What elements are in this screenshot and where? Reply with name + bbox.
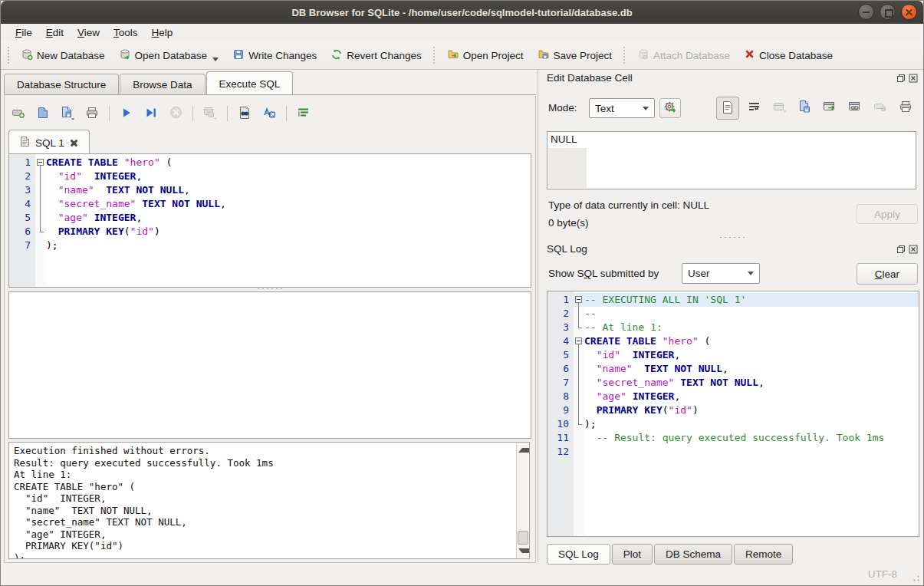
open-in-app-icon [823,100,837,115]
attach-database-button[interactable]: Attach Database [630,44,737,67]
open-database-dropdown-caret[interactable] [212,58,219,61]
main-tab-bar: Database Structure Browse Data Execute S… [4,71,294,95]
save-project-button[interactable]: Save Project [531,44,620,67]
menubar: File Edit View Tools Help [1,24,923,41]
open-sql-file-button[interactable] [33,104,53,123]
sql-file-tab-bar: SQL 1 [8,130,90,155]
toolbar-separator [286,106,287,121]
text-mode-button[interactable] [716,97,739,120]
tab-browse-data[interactable]: Browse Data [120,74,205,95]
maximize-button[interactable] [880,4,896,20]
folder-open-icon [447,48,459,63]
find-button[interactable] [235,104,255,123]
cell-null-shade [548,148,587,188]
copy-link-button[interactable] [844,97,866,118]
minimize-button[interactable] [858,4,874,20]
menu-view[interactable]: View [71,25,107,40]
open-database-button[interactable]: Open Database [112,44,226,67]
write-changes-button[interactable]: Write Changes [225,44,324,67]
close-button[interactable] [901,4,917,20]
clear-log-button[interactable]: Clear [857,263,918,285]
scroll-down-icon[interactable] [518,548,530,553]
apply-button[interactable]: Apply [857,204,918,224]
dock-close-icon[interactable] [909,245,918,254]
titlebar[interactable]: DB Browser for SQLite - /home/user/code/… [1,1,923,24]
play-icon [120,107,133,121]
dock-tab-db-schema[interactable]: DB Schema [654,544,732,565]
print-icon [85,106,99,122]
main-toolbar: New Database Open Database Write Changes… [1,41,923,70]
print-cell-button[interactable] [895,97,916,118]
autocomplete-button[interactable] [259,104,279,123]
import-data-button[interactable] [768,97,790,118]
save-sql-file-button[interactable] [58,104,77,123]
menu-edit[interactable]: Edit [39,25,71,40]
mode-combobox[interactable]: Text [589,98,655,118]
format-sql-button[interactable] [294,104,314,123]
stop-icon [169,106,182,121]
close-database-button[interactable]: Close Database [737,44,840,66]
dock-splitter-handle[interactable] [547,235,916,239]
panel-splitter[interactable] [538,70,538,562]
database-open-icon [119,48,131,63]
execute-line-button[interactable] [141,104,161,123]
menu-help[interactable]: Help [145,25,180,40]
export-data-button[interactable] [794,97,815,118]
cell-type-info: Type of data currently in cell: NULL [548,199,709,211]
format-lines-icon [297,107,311,121]
save-file-icon [60,106,75,122]
toolbar-drag-handle[interactable] [7,46,11,64]
log-filter-combobox[interactable]: User [682,263,760,284]
dock-tab-plot[interactable]: Plot [612,544,653,565]
dock-tab-remote[interactable]: Remote [734,544,793,565]
dock-tab-bar: SQL Log Plot DB Schema Remote [547,544,794,565]
sql-toolbar [8,104,314,123]
set-null-button[interactable] [870,97,891,118]
toolbar-separator [227,106,228,121]
scrollbar-thumb[interactable] [518,531,528,545]
encoding-indicator[interactable]: UTF-8 [868,568,897,580]
close-tab-icon[interactable] [70,139,78,147]
sql-file-tab[interactable]: SQL 1 [8,130,90,155]
open-external-button[interactable] [819,97,840,118]
resize-grip[interactable] [911,573,920,582]
menu-tools[interactable]: Tools [107,25,145,40]
tab-database-structure[interactable]: Database Structure [4,74,119,95]
results-table-pane [8,291,531,439]
dock-float-icon[interactable] [896,245,906,254]
revert-changes-button[interactable]: Revert Changes [324,44,429,67]
dock-tab-sql-log[interactable]: SQL Log [547,544,610,565]
find-in-document-icon [238,106,252,122]
auto-switch-mode-button[interactable] [659,98,681,118]
tab-execute-sql[interactable]: Execute SQL [206,71,294,95]
database-new-icon [21,48,33,63]
print-sql-button[interactable] [82,104,102,123]
word-wrap-button[interactable] [743,97,765,118]
sql-tab-label: SQL 1 [35,137,64,149]
chevron-down-icon [748,272,754,275]
new-database-button[interactable]: New Database [14,44,112,67]
gear-apply-icon [663,100,677,117]
new-sql-tab-button[interactable] [8,104,28,123]
cell-value-editor[interactable]: NULL [547,131,916,189]
scroll-up-icon[interactable] [518,448,530,453]
menu-file[interactable]: File [8,25,39,40]
mode-value: Text [595,103,614,114]
import-file-icon [772,100,787,115]
open-project-button[interactable]: Open Project [440,44,531,67]
dock-float-icon[interactable] [896,74,906,83]
splitter-handle[interactable] [8,286,530,291]
execute-all-button[interactable] [117,104,136,123]
print-icon [899,100,912,116]
sql-log-view[interactable]: 1-- EXECUTING ALL IN 'SQL 1'2--3-- At li… [547,291,919,537]
export-file-icon [797,100,811,116]
execution-message-text: Execution finished without errors. Resul… [9,443,529,559]
stop-button[interactable] [166,104,186,123]
save-results-button[interactable] [200,104,220,123]
results-scrollbar[interactable] [516,443,528,558]
link-icon [848,100,862,115]
sql-editor[interactable]: 1CREATE TABLE "hero" (2 "id" INTEGER,3 "… [8,153,531,288]
execution-message-pane[interactable]: Execution finished without errors. Resul… [8,442,530,559]
dock-close-icon[interactable] [909,74,918,83]
save-icon [232,48,245,63]
